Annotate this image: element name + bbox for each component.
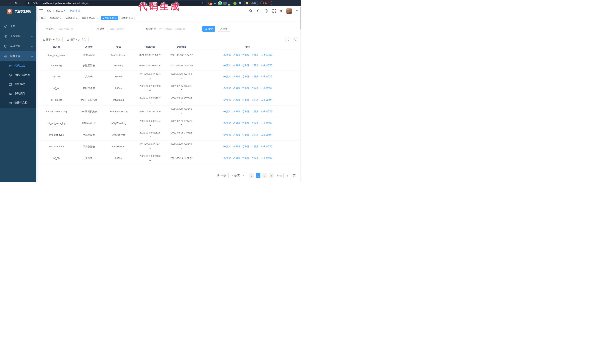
preview-link[interactable]: 预览 xyxy=(223,109,231,114)
sidebar-item-home[interactable]: 首页 xyxy=(0,21,36,31)
reload-icon[interactable]: ↻ xyxy=(13,1,19,5)
sidebar-item-devtools[interactable]: 研发工具 xyxy=(0,51,36,61)
generate-code-link[interactable]: 生成代码 xyxy=(261,53,272,57)
edit-link[interactable]: 编辑 xyxy=(233,98,240,102)
generate-code-link[interactable]: 生成代码 xyxy=(261,121,272,125)
fullscreen-icon[interactable] xyxy=(272,9,276,13)
bookmark-star-icon[interactable]: ☆ xyxy=(201,2,204,5)
sidebar-item-codegen-example[interactable]: 代码生成示例 xyxy=(0,70,36,80)
window-scrollbar[interactable] xyxy=(300,6,301,182)
extension-icon-2[interactable]: ◆ xyxy=(213,2,216,5)
page-size-select[interactable]: 10条/页 xyxy=(228,173,247,178)
breadcrumb-devtools[interactable]: 研发工具 xyxy=(55,9,66,13)
edit-link[interactable]: 编辑 xyxy=(233,74,240,79)
sync-link[interactable]: 同步 xyxy=(252,145,258,149)
reset-button[interactable]: 重置 xyxy=(217,26,230,32)
delete-link[interactable]: 删除 xyxy=(242,63,249,68)
page-button[interactable]: 1 xyxy=(256,173,260,178)
app-logo-row[interactable]: 芋道管理系统 xyxy=(0,6,36,17)
db-import-button[interactable]: 基于 DB 导入 xyxy=(40,37,63,42)
delete-link[interactable]: 删除 xyxy=(242,156,249,160)
toggle-search-button[interactable] xyxy=(285,37,290,42)
sidebar-item-form-builder[interactable]: 表单构建 xyxy=(0,80,36,89)
close-icon[interactable]: ✕ xyxy=(76,17,78,20)
sync-link[interactable]: 同步 xyxy=(252,53,258,57)
user-caret-icon[interactable] xyxy=(296,10,298,11)
refresh-table-button[interactable] xyxy=(293,37,298,42)
edit-link[interactable]: 编辑 xyxy=(233,63,240,68)
generate-code-link[interactable]: 生成代码 xyxy=(261,98,272,102)
kebab-menu-icon[interactable]: ⋮ xyxy=(268,2,270,4)
forward-icon[interactable]: → xyxy=(7,2,13,5)
security-warning[interactable]: 不安全 xyxy=(27,2,38,5)
extension-icon-1[interactable]: 1 xyxy=(208,2,212,5)
generate-code-link[interactable]: 生成代码 xyxy=(261,63,272,68)
generate-code-link[interactable]: 生成代码 xyxy=(261,156,272,160)
sql-import-button[interactable]: 基于 SQL 导入 xyxy=(65,37,88,42)
edit-link[interactable]: 编辑 xyxy=(233,156,240,160)
edit-link[interactable]: 编辑 xyxy=(233,145,240,149)
generate-code-link[interactable]: 生成代码 xyxy=(261,133,272,137)
generate-code-link[interactable]: 生成代码 xyxy=(261,109,272,114)
generate-code-link[interactable]: 生成代码 xyxy=(261,74,272,79)
edit-link[interactable]: 编辑 xyxy=(233,86,240,90)
preview-link[interactable]: 预览 xyxy=(223,53,231,57)
date-range-picker[interactable]: 开始日期 - 结束日期 xyxy=(158,26,194,32)
sync-link[interactable]: 同步 xyxy=(252,121,258,125)
home-icon[interactable]: ⌂ xyxy=(19,2,24,5)
sidebar-item-codegen[interactable]: 代码生成 xyxy=(0,61,36,70)
generate-code-link[interactable]: 生成代码 xyxy=(261,86,272,90)
extensions-puzzle-icon[interactable]: ⚙ xyxy=(238,2,242,5)
breadcrumb-home[interactable]: 首页 xyxy=(46,9,52,13)
sidebar-item-infra[interactable]: 基础设施 xyxy=(0,41,36,51)
prev-page-button[interactable]: ❮ xyxy=(249,173,254,178)
preview-link[interactable]: 预览 xyxy=(223,145,231,149)
delete-link[interactable]: 删除 xyxy=(242,98,249,102)
github-icon[interactable] xyxy=(257,9,260,13)
sync-link[interactable]: 同步 xyxy=(252,109,258,114)
extension-icon-5[interactable]: on xyxy=(228,2,232,5)
sidebar-item-system-api[interactable]: 系统接口 xyxy=(0,89,36,98)
back-icon[interactable]: ← xyxy=(2,2,7,5)
preview-link[interactable]: 预览 xyxy=(223,74,231,79)
page-button[interactable]: 2 xyxy=(262,173,267,178)
sync-link[interactable]: 同步 xyxy=(252,133,258,137)
sidebar-item-db-doc[interactable]: 数据库文档 xyxy=(0,98,36,107)
delete-link[interactable]: 删除 xyxy=(242,121,249,125)
content-scrollbar[interactable] xyxy=(36,6,38,182)
table-desc-input[interactable] xyxy=(107,26,143,32)
sync-link[interactable]: 同步 xyxy=(252,74,258,79)
generate-code-link[interactable]: 生成代码 xyxy=(261,145,272,149)
delete-link[interactable]: 删除 xyxy=(242,133,249,137)
tab[interactable]: 表单构建 ✕ xyxy=(64,16,79,20)
tab[interactable]: 代码生成 ✕ xyxy=(101,16,118,20)
extension-icon-6[interactable] xyxy=(233,2,236,5)
sync-link[interactable]: 同步 xyxy=(252,63,258,68)
extension-icon-3[interactable]: ✓ xyxy=(218,2,222,5)
tab[interactable]: 首页 xyxy=(39,16,47,20)
search-icon[interactable] xyxy=(249,9,253,13)
close-icon[interactable]: ✕ xyxy=(115,17,117,20)
preview-link[interactable]: 预览 xyxy=(223,133,231,137)
paused-chip[interactable]: 已暂停 xyxy=(244,1,258,5)
tab[interactable]: 系统接口 ✕ xyxy=(119,16,134,20)
sync-link[interactable]: 同步 xyxy=(252,98,258,102)
delete-link[interactable]: 删除 xyxy=(242,145,249,149)
edit-link[interactable]: 编辑 xyxy=(233,53,240,57)
delete-link[interactable]: 删除 xyxy=(242,53,249,57)
avatar[interactable] xyxy=(286,8,292,14)
delete-link[interactable]: 删除 xyxy=(242,86,249,90)
tab[interactable]: 链路追踪 ✕ xyxy=(48,16,63,20)
sync-link[interactable]: 同步 xyxy=(252,156,258,160)
close-icon[interactable]: ✕ xyxy=(60,17,62,20)
hamburger-icon[interactable] xyxy=(39,10,43,12)
delete-link[interactable]: 删除 xyxy=(242,74,249,79)
preview-link[interactable]: 预览 xyxy=(223,121,231,125)
preview-link[interactable]: 预览 xyxy=(223,156,231,160)
goto-page-input[interactable] xyxy=(283,173,292,178)
font-size-icon[interactable]: ᵗT xyxy=(280,10,282,13)
edit-link[interactable]: 编辑 xyxy=(233,109,240,114)
sync-link[interactable]: 同步 xyxy=(252,86,258,90)
next-page-button[interactable]: ❯ xyxy=(269,173,274,178)
table-name-input[interactable] xyxy=(56,26,92,32)
